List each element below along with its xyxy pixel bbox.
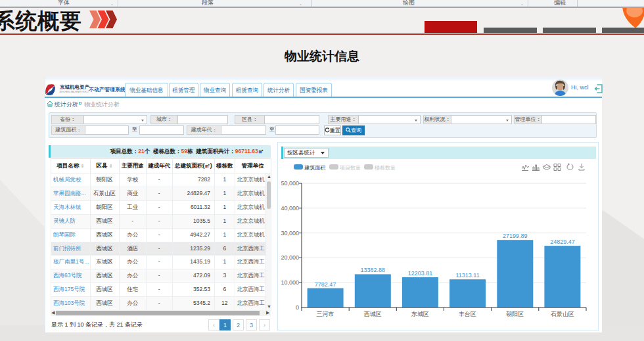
svg-text:7782.47: 7782.47: [315, 281, 336, 288]
svg-text:丰台区: 丰台区: [459, 311, 476, 317]
svg-text:40,000: 40,000: [281, 205, 299, 212]
svg-text:10,000: 10,000: [281, 279, 299, 286]
svg-text:西城区: 西城区: [364, 311, 382, 317]
svg-text:13382.88: 13382.88: [361, 267, 386, 273]
svg-text:50,000: 50,000: [281, 180, 299, 187]
svg-text:三河市: 三河市: [317, 311, 334, 317]
svg-text:11313.11: 11313.11: [455, 272, 479, 279]
svg-text:12203.81: 12203.81: [408, 270, 433, 277]
svg-text:朝阳区: 朝阳区: [506, 311, 524, 317]
svg-text:20,000: 20,000: [281, 254, 299, 261]
svg-text:东城区: 东城区: [411, 311, 429, 317]
svg-text:石景山区: 石景山区: [550, 311, 574, 317]
svg-text:27199.89: 27199.89: [503, 233, 528, 239]
svg-text:24829.47: 24829.47: [550, 239, 575, 245]
svg-text:30,000: 30,000: [281, 230, 299, 237]
svg-text:0: 0: [296, 304, 299, 311]
